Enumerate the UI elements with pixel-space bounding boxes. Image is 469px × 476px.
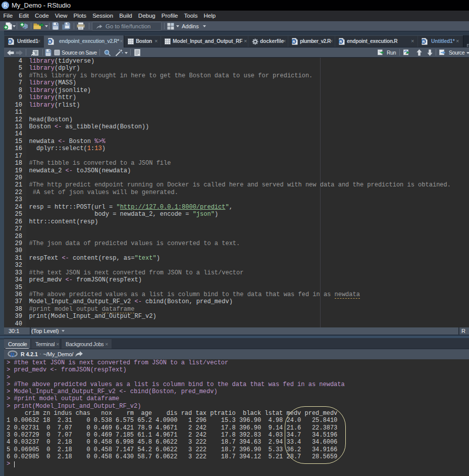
svg-text:R: R: [339, 39, 342, 44]
svg-text:R: R: [9, 39, 12, 44]
svg-text:R: R: [23, 26, 26, 29]
svg-text:R: R: [292, 39, 295, 44]
svg-text:R: R: [422, 39, 425, 44]
svg-text:R: R: [11, 352, 15, 358]
svg-text:R: R: [48, 39, 51, 44]
